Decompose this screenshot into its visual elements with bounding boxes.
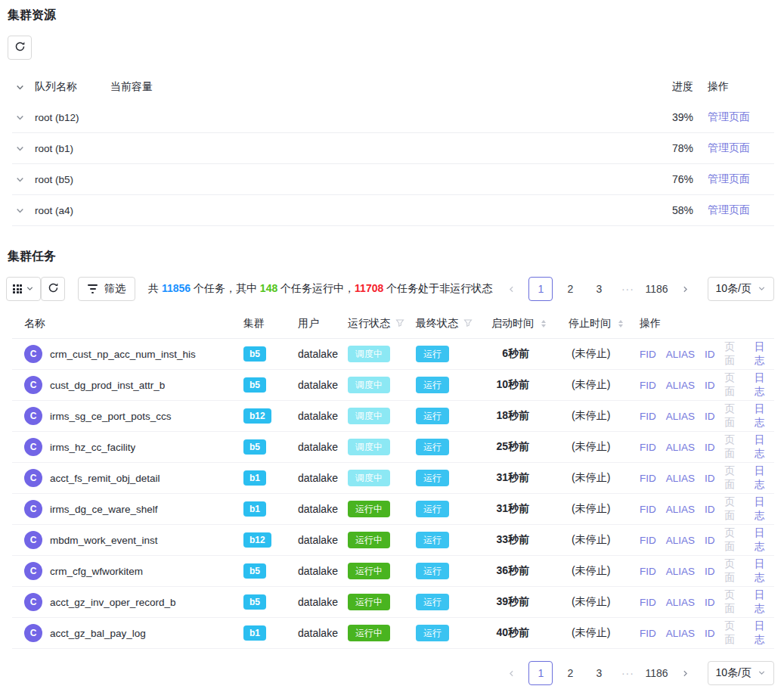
avatar: C	[24, 593, 42, 611]
fid-link[interactable]: FID	[640, 504, 656, 515]
id-link[interactable]: ID	[705, 411, 715, 422]
page-button-2[interactable]: 2	[559, 662, 581, 684]
log-link[interactable]: 日志	[755, 464, 774, 492]
manage-page-link[interactable]: 管理页面	[708, 203, 750, 216]
page-button-2[interactable]: 2	[559, 278, 581, 300]
final-status-badge: 运行	[416, 625, 449, 641]
id-link[interactable]: ID	[705, 442, 715, 453]
refresh-icon	[48, 282, 59, 296]
fid-link[interactable]: FID	[640, 442, 656, 453]
queue-row: root (b12) 39% 管理页面	[12, 102, 774, 133]
fid-link[interactable]: FID	[640, 380, 656, 391]
page-ellipsis[interactable]: ···	[616, 662, 639, 684]
fid-link[interactable]: FID	[640, 597, 656, 608]
alias-link[interactable]: ALIAS	[666, 504, 695, 515]
cluster-tag: b1	[243, 470, 266, 486]
filter-icon	[88, 284, 98, 293]
avatar: C	[24, 500, 42, 518]
action-header: 操作	[708, 80, 774, 94]
alias-link[interactable]: ALIAS	[666, 535, 695, 546]
log-link[interactable]: 日志	[755, 402, 774, 430]
fid-link[interactable]: FID	[640, 535, 656, 546]
queue-name-header: 队列名称	[35, 80, 110, 94]
fid-link[interactable]: FID	[640, 628, 656, 639]
cluster-tag: b5	[243, 377, 266, 393]
id-link[interactable]: ID	[705, 473, 715, 484]
cluster-tag: b5	[243, 439, 266, 455]
log-link[interactable]: 日志	[755, 371, 774, 399]
chevron-down-icon[interactable]	[12, 175, 35, 185]
log-link[interactable]: 日志	[755, 433, 774, 461]
id-link[interactable]: ID	[705, 380, 715, 391]
page-size-select[interactable]: 10条/页	[708, 661, 774, 685]
chevron-down-icon	[758, 283, 766, 295]
next-page-icon[interactable]	[674, 662, 697, 684]
page-button-last[interactable]: 1186	[645, 662, 668, 684]
id-link[interactable]: ID	[705, 349, 715, 360]
manage-page-link[interactable]: 管理页面	[708, 172, 750, 185]
fid-link[interactable]: FID	[640, 411, 656, 422]
table-row: Cacct_gz_inv_oper_record_b b5 datalake 运…	[12, 587, 774, 618]
id-link[interactable]: ID	[705, 628, 715, 639]
table-row: Cirms_sg_ce_port_pots_ccs b12 datalake 调…	[12, 401, 774, 432]
manage-page-link[interactable]: 管理页面	[708, 141, 750, 154]
log-link[interactable]: 日志	[755, 526, 774, 554]
page-link: 页面	[725, 557, 745, 585]
queue-row: root (b1) 78% 管理页面	[12, 133, 774, 164]
id-link[interactable]: ID	[705, 597, 715, 608]
log-link[interactable]: 日志	[755, 340, 774, 368]
id-link[interactable]: ID	[705, 504, 715, 515]
alias-link[interactable]: ALIAS	[666, 442, 695, 453]
tasks-refresh-button[interactable]	[41, 277, 65, 301]
queue-name: root (b1)	[35, 143, 110, 154]
log-link[interactable]: 日志	[755, 619, 774, 647]
stop-time: (未停止)	[556, 502, 640, 516]
log-link[interactable]: 日志	[755, 495, 774, 523]
filter-button[interactable]: 筛选	[78, 277, 135, 301]
alias-link[interactable]: ALIAS	[666, 566, 695, 577]
alias-link[interactable]: ALIAS	[666, 597, 695, 608]
id-link[interactable]: ID	[705, 535, 715, 546]
collapse-all-chevron-icon[interactable]	[12, 82, 35, 92]
filter-funnel-icon[interactable]	[395, 318, 404, 330]
log-link[interactable]: 日志	[755, 588, 774, 616]
final-status-badge: 运行	[416, 408, 449, 424]
fid-link[interactable]: FID	[640, 349, 656, 360]
resources-refresh-button[interactable]	[8, 36, 32, 60]
page-button-3[interactable]: 3	[587, 662, 610, 684]
next-page-icon[interactable]	[674, 278, 697, 300]
alias-link[interactable]: ALIAS	[666, 349, 695, 360]
page-ellipsis[interactable]: ···	[616, 278, 639, 300]
task-name: crm_cust_np_acc_num_inst_his	[50, 349, 196, 360]
page-button-1[interactable]: 1	[528, 277, 553, 301]
columns-grid-dropdown-button[interactable]	[6, 277, 41, 301]
alias-link[interactable]: ALIAS	[666, 411, 695, 422]
chevron-down-icon[interactable]	[12, 113, 35, 123]
page-button-last[interactable]: 1186	[645, 278, 668, 300]
page-button-3[interactable]: 3	[587, 278, 610, 300]
id-link[interactable]: ID	[705, 566, 715, 577]
sorter-icon[interactable]	[618, 320, 623, 327]
page-link: 页面	[725, 371, 745, 399]
pagination-bottom: 1 2 3 ··· 1186 10条/页	[500, 661, 774, 685]
page-size-select[interactable]: 10条/页	[708, 277, 774, 301]
chevron-down-icon[interactable]	[12, 144, 35, 154]
chevron-down-icon[interactable]	[12, 206, 35, 216]
page-link: 页面	[725, 588, 745, 616]
fid-link[interactable]: FID	[640, 566, 656, 577]
run-status-header: 运行状态	[343, 317, 411, 331]
task-user: datalake	[293, 627, 343, 639]
sorter-icon[interactable]	[541, 320, 546, 327]
alias-link[interactable]: ALIAS	[666, 473, 695, 484]
run-status-badge: 调度中	[348, 470, 390, 486]
total-count: 11856	[162, 282, 191, 294]
avatar: C	[24, 345, 42, 363]
alias-link[interactable]: ALIAS	[666, 380, 695, 391]
manage-page-link[interactable]: 管理页面	[708, 110, 750, 123]
fid-link[interactable]: FID	[640, 473, 656, 484]
filter-funnel-icon[interactable]	[463, 318, 473, 330]
queue-table-header: 队列名称 当前容量 进度 操作	[12, 72, 774, 102]
page-button-1[interactable]: 1	[528, 661, 553, 685]
alias-link[interactable]: ALIAS	[666, 628, 695, 639]
log-link[interactable]: 日志	[755, 557, 774, 585]
